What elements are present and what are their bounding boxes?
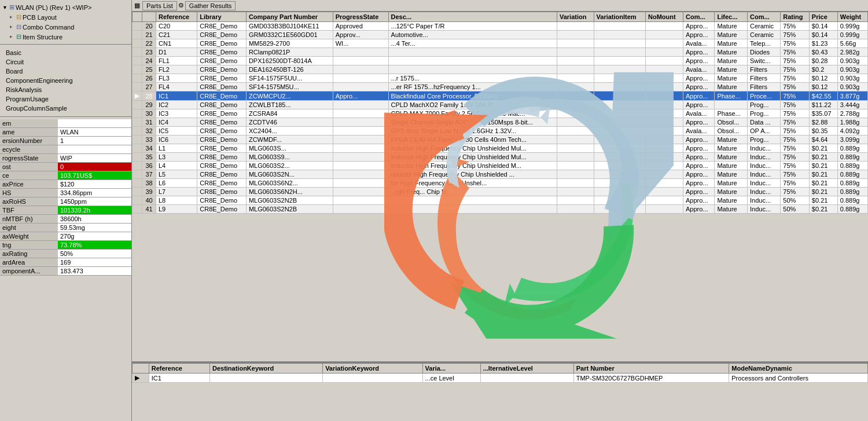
- cell-12: 75%: [781, 127, 810, 136]
- table-row[interactable]: 40L8CR8E_DemoMLG0603S2N2BAppro...MatureI…: [133, 196, 868, 205]
- bottom-col-3[interactable]: VariationKeyword: [323, 364, 422, 374]
- bottom-col-5[interactable]: ...lternativeLevel: [480, 364, 573, 374]
- bottom-col-4[interactable]: Varia...: [422, 364, 480, 374]
- table-row[interactable]: 26FL3CR8E_DemoSF14-1575F5UU......r 1575.…: [133, 74, 868, 83]
- cell-7: [594, 179, 646, 188]
- cell-10: Mature: [715, 188, 748, 196]
- table-row[interactable]: 25FL2CR8E_DemoDEA162450BT-126Avala...Mat…: [133, 65, 868, 74]
- gather-results-button[interactable]: Gather Results: [185, 1, 236, 10]
- bottom-col-7[interactable]: ModeNameDynamic: [729, 364, 868, 374]
- cell-9: Appro...: [683, 162, 714, 170]
- table-row[interactable]: 24FL1CR8E_DemoDPX162500DT-8014AAppro...M…: [133, 57, 868, 65]
- bottom-scroll-area[interactable]: ReferenceDestinationKeywordVariationKeyw…: [132, 363, 868, 421]
- table-row[interactable]: 31IC4CR8E_DemoZCDTV46Single Channel Sing…: [133, 118, 868, 127]
- cell-13: $35.07: [809, 109, 837, 118]
- table-row[interactable]: ▶28IC1CR8E_DemoZCWMCPU2...Appro...Blackf…: [133, 91, 868, 101]
- table-row[interactable]: 21C21CR8E_DemoGRM0332C1E560GD01Approv...…: [133, 31, 868, 39]
- cell-8: [646, 22, 683, 31]
- cell-4: [333, 179, 388, 188]
- cell-0: 32: [142, 127, 156, 136]
- cell-7: [594, 57, 646, 65]
- cell-7: [594, 136, 646, 144]
- bottom-cell-5: [480, 374, 573, 383]
- table-row[interactable]: 34L1CR8E_DemoMLG0603S...Inductor High Fr…: [133, 144, 868, 153]
- cell-11: Filters: [748, 74, 781, 83]
- cell-14: 0.889g: [837, 153, 867, 162]
- cell-2: CR8E_Demo: [197, 91, 247, 101]
- col-header-8[interactable]: NoMount: [646, 12, 683, 22]
- cell-9: Appro...: [683, 205, 714, 214]
- cell-0: 35: [142, 153, 156, 162]
- nav-board[interactable]: Board: [2, 67, 129, 76]
- col-header-12[interactable]: Rating: [781, 12, 810, 22]
- row-expand-arrow: [133, 136, 142, 144]
- bottom-col-2[interactable]: DestinationKeyword: [209, 364, 322, 374]
- cell-14: 5.66g: [837, 39, 867, 48]
- nav-component-engineering[interactable]: ComponentEngineering: [2, 76, 129, 85]
- cell-8: [646, 153, 683, 162]
- table-row[interactable]: 38L6CR8E_DemoMLG0603S6N2...tor High Freq…: [133, 179, 868, 188]
- table-row[interactable]: 36L4CR8E_DemoMLG0603S2...Inductor High F…: [133, 162, 868, 170]
- col-header-6[interactable]: Variation: [557, 12, 594, 22]
- table-row[interactable]: 41L9CR8E_DemoMLG0603S2N2BAppro...MatureI…: [133, 205, 868, 214]
- col-header-9[interactable]: Com...: [683, 12, 714, 22]
- col-header-5[interactable]: Desc...: [388, 12, 557, 22]
- top-scroll-area[interactable]: ReferenceLibraryCompany Part NumberProgr…: [132, 12, 868, 361]
- col-header-2[interactable]: Library: [197, 12, 247, 22]
- col-header-1[interactable]: Reference: [156, 12, 197, 22]
- parts-list-button[interactable]: Parts List: [142, 1, 177, 10]
- nav-basic[interactable]: Basic: [2, 48, 129, 57]
- col-header-7[interactable]: VariationItem: [594, 12, 646, 22]
- col-header-14[interactable]: Weight: [837, 12, 867, 22]
- cell-5: FPGA CE40 HX Family 1280 Cells 40nm Tech…: [388, 136, 557, 144]
- col-header-4[interactable]: ProgressState: [333, 12, 388, 22]
- cell-8: [646, 65, 683, 74]
- cell-1: L6: [156, 179, 197, 188]
- col-header-10[interactable]: Lifec...: [715, 12, 748, 22]
- table-row[interactable]: 32IC5CR8E_DemoXC2404...GPS Amp Single Lo…: [133, 127, 868, 136]
- cell-4: Approv...: [333, 31, 388, 39]
- table-row[interactable]: 22CN1CR8E_DemoMM5829-2700WI......4 Ter..…: [133, 39, 868, 48]
- table-row[interactable]: 30IC3CR8E_DemoZCSRA84CPLD MAX 7000 Famil…: [133, 109, 868, 118]
- tree-item-wlan[interactable]: ▼ ⊞ WLAN (PL) (Rev 1) <WIP>: [0, 2, 131, 12]
- cell-2: CR8E_Demo: [197, 48, 247, 57]
- table-row[interactable]: 39L7CR8E_DemoMLG0603S6N2H......igh Freq.…: [133, 188, 868, 196]
- cell-4: [333, 57, 388, 65]
- table-row[interactable]: 27FL4CR8E_DemoSF14-1575M5U......er RF 15…: [133, 83, 868, 91]
- prop-key: axRating: [0, 250, 58, 258]
- table-row[interactable]: 33IC6CR8E_DemoZCWMDF...FPGA CE40 HX Fami…: [133, 136, 868, 144]
- col-header-3[interactable]: Company Part Number: [246, 12, 333, 22]
- cell-9: Appro...: [683, 74, 714, 83]
- tree-item-pcb[interactable]: + ⊟ PCB Layout: [0, 12, 131, 22]
- cell-9: Appro...: [683, 91, 714, 101]
- cell-3: MM5829-2700: [246, 39, 333, 48]
- bottom-col-6[interactable]: Part Number: [573, 364, 729, 374]
- nav-group-column[interactable]: GroupColumnSample: [2, 104, 129, 113]
- cell-8: [646, 83, 683, 91]
- cell-14: 3.877g: [837, 91, 867, 101]
- cell-10: Mature: [715, 196, 748, 205]
- table-row[interactable]: 23D1CR8E_DemoRClamp0821PAppro...MatureDi…: [133, 48, 868, 57]
- cell-10: Mature: [715, 74, 748, 83]
- col-header-11[interactable]: Com...: [748, 12, 781, 22]
- table-row[interactable]: 20C20CR8E_DemoGMD033B3B0J104KE11Approved…: [133, 22, 868, 31]
- cell-0: 25: [142, 65, 156, 74]
- col-header-13[interactable]: Price: [809, 12, 837, 22]
- bottom-table-row[interactable]: ▶IC1...ce LevelTMP-SM320C6727BGDHMEPProc…: [133, 374, 868, 383]
- cell-6: [557, 136, 594, 144]
- table-row[interactable]: 37L5CR8E_DemoMLG0603S2N...nductor High F…: [133, 170, 868, 179]
- tree-item-combo[interactable]: + ⊟ Combo Command: [0, 22, 131, 32]
- cell-2: CR8E_Demo: [197, 127, 247, 136]
- nav-risk-analysis[interactable]: RiskAnalysis: [2, 85, 129, 94]
- cell-4: [333, 101, 388, 109]
- table-row[interactable]: 35L3CR8E_DemoMLG0603S9...Inductor High F…: [133, 153, 868, 162]
- tree-item-item[interactable]: + ⊟ Item Structure: [0, 32, 131, 42]
- table-row[interactable]: 29IC2CR8E_DemoZCWLBT185...CPLD MachXO2 F…: [133, 101, 868, 109]
- bottom-col-1[interactable]: Reference: [149, 364, 209, 374]
- nav-program-usage[interactable]: ProgramUsage: [2, 94, 129, 104]
- cell-10: Mature: [715, 170, 748, 179]
- col-header-0[interactable]: [142, 12, 156, 22]
- bottom-col-0[interactable]: [133, 364, 149, 374]
- nav-circuit[interactable]: Circuit: [2, 57, 129, 67]
- cell-11: Telep...: [748, 39, 781, 48]
